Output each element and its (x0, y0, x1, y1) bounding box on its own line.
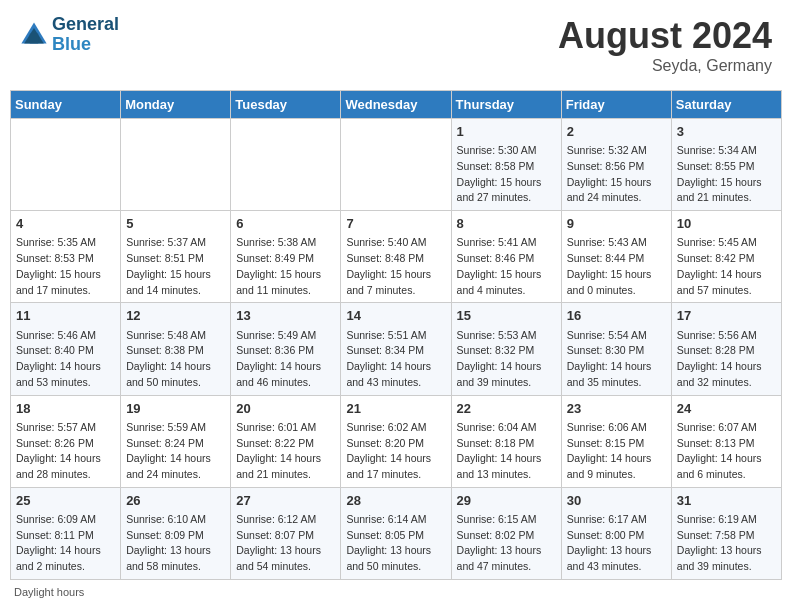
calendar-week-4: 18Sunrise: 5:57 AM Sunset: 8:26 PM Dayli… (11, 395, 782, 487)
calendar-cell (121, 119, 231, 211)
day-header-sunday: Sunday (11, 91, 121, 119)
day-header-thursday: Thursday (451, 91, 561, 119)
day-number: 10 (677, 215, 776, 233)
day-detail: Sunrise: 5:35 AM Sunset: 8:53 PM Dayligh… (16, 235, 115, 298)
day-detail: Sunrise: 6:07 AM Sunset: 8:13 PM Dayligh… (677, 420, 776, 483)
calendar-cell: 11Sunrise: 5:46 AM Sunset: 8:40 PM Dayli… (11, 303, 121, 395)
day-number: 26 (126, 492, 225, 510)
day-number: 30 (567, 492, 666, 510)
svg-rect-2 (30, 33, 38, 43)
calendar-cell: 29Sunrise: 6:15 AM Sunset: 8:02 PM Dayli… (451, 487, 561, 579)
day-detail: Sunrise: 6:06 AM Sunset: 8:15 PM Dayligh… (567, 420, 666, 483)
day-number: 27 (236, 492, 335, 510)
day-detail: Sunrise: 5:57 AM Sunset: 8:26 PM Dayligh… (16, 420, 115, 483)
day-number: 6 (236, 215, 335, 233)
calendar-cell: 14Sunrise: 5:51 AM Sunset: 8:34 PM Dayli… (341, 303, 451, 395)
page-header: General Blue August 2024 Seyda, Germany (10, 10, 782, 80)
day-detail: Sunrise: 6:10 AM Sunset: 8:09 PM Dayligh… (126, 512, 225, 575)
day-number: 28 (346, 492, 445, 510)
calendar-table: SundayMondayTuesdayWednesdayThursdayFrid… (10, 90, 782, 580)
day-number: 21 (346, 400, 445, 418)
calendar-cell: 24Sunrise: 6:07 AM Sunset: 8:13 PM Dayli… (671, 395, 781, 487)
calendar-cell: 7Sunrise: 5:40 AM Sunset: 8:48 PM Daylig… (341, 211, 451, 303)
day-header-wednesday: Wednesday (341, 91, 451, 119)
day-detail: Sunrise: 6:19 AM Sunset: 7:58 PM Dayligh… (677, 512, 776, 575)
day-number: 16 (567, 307, 666, 325)
day-header-saturday: Saturday (671, 91, 781, 119)
title-block: August 2024 Seyda, Germany (558, 15, 772, 75)
calendar-week-1: 1Sunrise: 5:30 AM Sunset: 8:58 PM Daylig… (11, 119, 782, 211)
day-detail: Sunrise: 5:59 AM Sunset: 8:24 PM Dayligh… (126, 420, 225, 483)
day-detail: Sunrise: 5:30 AM Sunset: 8:58 PM Dayligh… (457, 143, 556, 206)
month-title: August 2024 (558, 15, 772, 57)
calendar-cell: 20Sunrise: 6:01 AM Sunset: 8:22 PM Dayli… (231, 395, 341, 487)
day-number: 8 (457, 215, 556, 233)
calendar-cell (231, 119, 341, 211)
day-detail: Sunrise: 6:14 AM Sunset: 8:05 PM Dayligh… (346, 512, 445, 575)
calendar-cell: 10Sunrise: 5:45 AM Sunset: 8:42 PM Dayli… (671, 211, 781, 303)
day-detail: Sunrise: 6:02 AM Sunset: 8:20 PM Dayligh… (346, 420, 445, 483)
calendar-cell: 17Sunrise: 5:56 AM Sunset: 8:28 PM Dayli… (671, 303, 781, 395)
calendar-week-5: 25Sunrise: 6:09 AM Sunset: 8:11 PM Dayli… (11, 487, 782, 579)
calendar-cell: 19Sunrise: 5:59 AM Sunset: 8:24 PM Dayli… (121, 395, 231, 487)
calendar-cell: 27Sunrise: 6:12 AM Sunset: 8:07 PM Dayli… (231, 487, 341, 579)
calendar-cell: 30Sunrise: 6:17 AM Sunset: 8:00 PM Dayli… (561, 487, 671, 579)
calendar-cell: 13Sunrise: 5:49 AM Sunset: 8:36 PM Dayli… (231, 303, 341, 395)
location-title: Seyda, Germany (558, 57, 772, 75)
calendar-cell: 12Sunrise: 5:48 AM Sunset: 8:38 PM Dayli… (121, 303, 231, 395)
day-number: 18 (16, 400, 115, 418)
day-detail: Sunrise: 5:43 AM Sunset: 8:44 PM Dayligh… (567, 235, 666, 298)
day-number: 14 (346, 307, 445, 325)
day-detail: Sunrise: 5:56 AM Sunset: 8:28 PM Dayligh… (677, 328, 776, 391)
day-number: 17 (677, 307, 776, 325)
day-detail: Sunrise: 5:40 AM Sunset: 8:48 PM Dayligh… (346, 235, 445, 298)
day-header-tuesday: Tuesday (231, 91, 341, 119)
logo-text: General Blue (52, 15, 119, 55)
calendar-week-3: 11Sunrise: 5:46 AM Sunset: 8:40 PM Dayli… (11, 303, 782, 395)
day-detail: Sunrise: 5:51 AM Sunset: 8:34 PM Dayligh… (346, 328, 445, 391)
day-detail: Sunrise: 5:37 AM Sunset: 8:51 PM Dayligh… (126, 235, 225, 298)
day-number: 1 (457, 123, 556, 141)
day-number: 25 (16, 492, 115, 510)
day-number: 24 (677, 400, 776, 418)
day-number: 7 (346, 215, 445, 233)
calendar-cell: 25Sunrise: 6:09 AM Sunset: 8:11 PM Dayli… (11, 487, 121, 579)
day-number: 11 (16, 307, 115, 325)
calendar-cell: 18Sunrise: 5:57 AM Sunset: 8:26 PM Dayli… (11, 395, 121, 487)
day-detail: Sunrise: 6:17 AM Sunset: 8:00 PM Dayligh… (567, 512, 666, 575)
calendar-cell: 5Sunrise: 5:37 AM Sunset: 8:51 PM Daylig… (121, 211, 231, 303)
day-detail: Sunrise: 5:48 AM Sunset: 8:38 PM Dayligh… (126, 328, 225, 391)
day-detail: Sunrise: 5:49 AM Sunset: 8:36 PM Dayligh… (236, 328, 335, 391)
calendar-cell (341, 119, 451, 211)
day-number: 4 (16, 215, 115, 233)
calendar-week-2: 4Sunrise: 5:35 AM Sunset: 8:53 PM Daylig… (11, 211, 782, 303)
day-detail: Sunrise: 5:34 AM Sunset: 8:55 PM Dayligh… (677, 143, 776, 206)
calendar-cell: 8Sunrise: 5:41 AM Sunset: 8:46 PM Daylig… (451, 211, 561, 303)
day-detail: Sunrise: 5:38 AM Sunset: 8:49 PM Dayligh… (236, 235, 335, 298)
day-detail: Sunrise: 5:46 AM Sunset: 8:40 PM Dayligh… (16, 328, 115, 391)
day-detail: Sunrise: 6:09 AM Sunset: 8:11 PM Dayligh… (16, 512, 115, 575)
calendar-cell: 23Sunrise: 6:06 AM Sunset: 8:15 PM Dayli… (561, 395, 671, 487)
calendar-cell: 21Sunrise: 6:02 AM Sunset: 8:20 PM Dayli… (341, 395, 451, 487)
footer-note: Daylight hours (10, 586, 782, 598)
calendar-cell: 2Sunrise: 5:32 AM Sunset: 8:56 PM Daylig… (561, 119, 671, 211)
day-detail: Sunrise: 6:12 AM Sunset: 8:07 PM Dayligh… (236, 512, 335, 575)
day-number: 13 (236, 307, 335, 325)
daylight-note: Daylight hours (14, 586, 84, 598)
day-detail: Sunrise: 6:15 AM Sunset: 8:02 PM Dayligh… (457, 512, 556, 575)
calendar-header-row: SundayMondayTuesdayWednesdayThursdayFrid… (11, 91, 782, 119)
calendar-cell: 9Sunrise: 5:43 AM Sunset: 8:44 PM Daylig… (561, 211, 671, 303)
day-number: 9 (567, 215, 666, 233)
calendar-cell: 15Sunrise: 5:53 AM Sunset: 8:32 PM Dayli… (451, 303, 561, 395)
day-number: 23 (567, 400, 666, 418)
day-detail: Sunrise: 5:54 AM Sunset: 8:30 PM Dayligh… (567, 328, 666, 391)
day-number: 29 (457, 492, 556, 510)
day-number: 31 (677, 492, 776, 510)
day-number: 5 (126, 215, 225, 233)
day-number: 20 (236, 400, 335, 418)
day-detail: Sunrise: 5:45 AM Sunset: 8:42 PM Dayligh… (677, 235, 776, 298)
calendar-cell: 28Sunrise: 6:14 AM Sunset: 8:05 PM Dayli… (341, 487, 451, 579)
calendar-cell: 6Sunrise: 5:38 AM Sunset: 8:49 PM Daylig… (231, 211, 341, 303)
day-number: 15 (457, 307, 556, 325)
calendar-cell: 26Sunrise: 6:10 AM Sunset: 8:09 PM Dayli… (121, 487, 231, 579)
